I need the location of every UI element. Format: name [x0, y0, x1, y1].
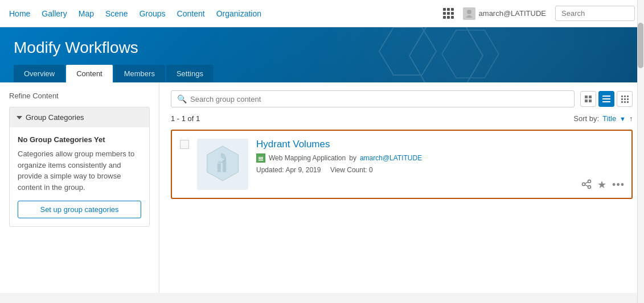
group-categories-body: No Group Categories Yet Categories allow…: [10, 127, 149, 226]
svg-point-1: [467, 10, 471, 14]
nav-organization[interactable]: Organization: [216, 0, 261, 27]
item-view-count: View Count: 0: [330, 166, 373, 174]
svg-rect-11: [602, 101, 610, 102]
item-checkbox[interactable]: [180, 140, 189, 149]
nav-content[interactable]: Content: [177, 0, 205, 27]
sort-label: Sort by:: [573, 114, 599, 123]
sort-value[interactable]: Title: [602, 114, 616, 123]
nav-scene[interactable]: Scene: [105, 0, 128, 27]
grid-large-view-button[interactable]: [617, 91, 633, 107]
sort-direction-icon[interactable]: ↑: [629, 115, 633, 123]
svg-rect-6: [589, 96, 592, 98]
nav-right: amarch@LATITUDE: [443, 6, 635, 21]
results-count: 1 - 1 of 1: [171, 114, 200, 123]
tab-members[interactable]: Members: [114, 65, 165, 82]
nav-gallery[interactable]: Gallery: [42, 0, 67, 27]
search-content-icon: 🔍: [177, 94, 187, 103]
setup-group-categories-button[interactable]: Set up group categories: [18, 201, 141, 218]
scrollbar-track[interactable]: [637, 0, 644, 303]
item-actions: ★ •••: [581, 179, 625, 191]
page-header: Modify Workflows Overview Content Member…: [0, 27, 644, 82]
item-thumbnail-icon: [203, 144, 243, 184]
favorite-icon[interactable]: ★: [597, 179, 606, 191]
sidebar: Refine Content Group Categories No Group…: [0, 82, 159, 293]
content-search-input[interactable]: [190, 95, 568, 103]
svg-rect-8: [589, 99, 592, 102]
top-navigation: Home Gallery Map Scene Groups Content Or…: [0, 0, 644, 27]
svg-rect-15: [621, 98, 623, 100]
item-updated: Updated: Apr 9, 2019: [256, 166, 321, 174]
svg-rect-13: [624, 96, 626, 97]
item-author-link[interactable]: amarch@LATITUDE: [360, 154, 422, 162]
more-options-icon[interactable]: •••: [612, 179, 625, 191]
svg-rect-10: [602, 98, 610, 99]
item-title[interactable]: Hydrant Volumes: [256, 139, 624, 150]
svg-rect-22: [218, 163, 221, 172]
main-content: Refine Content Group Categories No Group…: [0, 82, 644, 293]
item-type-by: by: [349, 154, 356, 162]
user-avatar: [463, 7, 475, 20]
content-item: Hydrant Volumes Web Mapping Application …: [171, 130, 633, 199]
svg-rect-19: [624, 101, 626, 103]
app-grid-icon[interactable]: [443, 8, 454, 19]
content-area: 🔍 1 - 1 of 1 Sort by: Title ▼: [159, 82, 644, 293]
sidebar-refine-label: Refine Content: [9, 92, 150, 100]
grid-small-view-button[interactable]: [580, 91, 596, 107]
svg-line-32: [585, 182, 588, 184]
no-categories-title: No Group Categories Yet: [18, 135, 141, 144]
item-thumbnail: [197, 139, 248, 190]
sort-chevron-icon: ▼: [620, 115, 626, 122]
group-categories-panel: Group Categories No Group Categories Yet…: [9, 107, 150, 227]
svg-rect-12: [621, 96, 623, 97]
sort-control: Sort by: Title ▼ ↑: [573, 114, 633, 123]
view-mode-icons: [580, 91, 633, 107]
svg-point-30: [583, 182, 585, 185]
item-info: Hydrant Volumes Web Mapping Application …: [256, 139, 624, 174]
nav-map[interactable]: Map: [79, 0, 94, 27]
content-toolbar: 🔍: [171, 90, 633, 107]
username: amarch@LATITUDE: [479, 9, 546, 18]
tab-content[interactable]: Content: [66, 65, 113, 82]
item-type-row: Web Mapping Application by amarch@LATITU…: [256, 153, 624, 163]
svg-rect-14: [627, 96, 629, 97]
svg-rect-26: [259, 157, 263, 158]
nav-groups[interactable]: Groups: [140, 0, 166, 27]
svg-point-31: [588, 185, 591, 188]
svg-rect-5: [585, 96, 588, 98]
results-bar: 1 - 1 of 1 Sort by: Title ▼ ↑: [171, 114, 633, 123]
nav-home[interactable]: Home: [9, 0, 30, 27]
scrollbar-thumb[interactable]: [638, 23, 643, 68]
list-view-button[interactable]: [598, 91, 614, 107]
chevron-down-icon: [17, 116, 22, 119]
tab-settings[interactable]: Settings: [166, 65, 214, 82]
item-type-text: Web Mapping Application: [269, 154, 346, 162]
svg-rect-16: [624, 98, 626, 100]
user-info[interactable]: amarch@LATITUDE: [463, 7, 546, 20]
no-categories-text: Categories allow group members to organi…: [18, 148, 141, 193]
svg-rect-20: [627, 101, 629, 103]
tab-overview[interactable]: Overview: [14, 65, 65, 82]
group-categories-header[interactable]: Group Categories: [10, 107, 149, 127]
page-tabs: Overview Content Members Settings: [14, 65, 630, 82]
svg-rect-7: [585, 99, 588, 102]
svg-rect-17: [627, 98, 629, 100]
search-content-wrapper[interactable]: 🔍: [171, 90, 575, 107]
item-meta: Updated: Apr 9, 2019 View Count: 0: [256, 166, 624, 174]
nav-links: Home Gallery Map Scene Groups Content Or…: [9, 0, 443, 27]
svg-point-29: [588, 180, 591, 182]
page-title: Modify Workflows: [14, 39, 630, 57]
svg-rect-18: [621, 101, 623, 103]
group-categories-label: Group Categories: [26, 113, 84, 122]
global-search-input[interactable]: [555, 6, 635, 21]
svg-rect-9: [602, 96, 610, 97]
svg-rect-27: [259, 159, 263, 160]
svg-rect-28: [259, 160, 263, 161]
svg-line-33: [585, 185, 588, 186]
share-icon[interactable]: [581, 179, 592, 191]
item-type-icon: [256, 153, 265, 163]
